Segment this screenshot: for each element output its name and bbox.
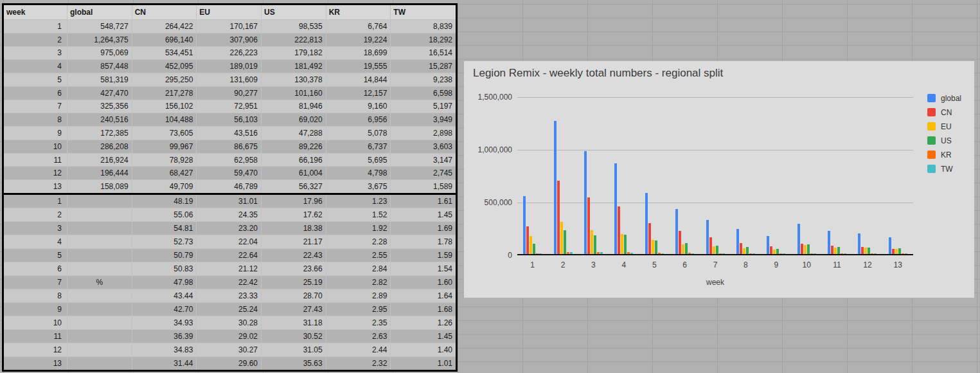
- percent-row-2-cell-3[interactable]: 24.35: [197, 208, 262, 221]
- totals-row-9-cell-0[interactable]: 9: [4, 127, 67, 140]
- totals-row-6-cell-4[interactable]: 101,160: [262, 87, 326, 100]
- header-US[interactable]: US: [262, 5, 326, 19]
- percent-row-10-cell-5[interactable]: 2.35: [326, 316, 391, 329]
- totals-row-8-cell-3[interactable]: 56,103: [197, 113, 262, 126]
- totals-row-11-cell-4[interactable]: 66,196: [262, 154, 326, 167]
- totals-row-8-cell-4[interactable]: 69,020: [262, 113, 326, 126]
- header-TW[interactable]: TW: [391, 5, 456, 19]
- totals-row-11-cell-6[interactable]: 3,147: [391, 154, 456, 167]
- totals-row-5-cell-4[interactable]: 130,378: [262, 73, 326, 86]
- percent-row-3-cell-1[interactable]: [67, 222, 132, 235]
- header-global[interactable]: global: [67, 5, 132, 19]
- percent-row-11-cell-0[interactable]: 11: [4, 330, 67, 343]
- percent-row-11-cell-5[interactable]: 2.63: [326, 330, 391, 343]
- totals-row-3-cell-1[interactable]: 975,069: [67, 47, 132, 60]
- percent-row-7-cell-0[interactable]: 7: [4, 276, 67, 289]
- percent-row-9-cell-4[interactable]: 27.43: [262, 303, 326, 316]
- totals-row-7-cell-2[interactable]: 156,102: [132, 100, 197, 113]
- totals-row-12-cell-6[interactable]: 2,745: [391, 167, 456, 179]
- totals-row-9-cell-4[interactable]: 47,288: [262, 127, 326, 140]
- totals-row-12-cell-5[interactable]: 4,798: [326, 167, 391, 179]
- totals-row-4-cell-2[interactable]: 452,095: [132, 60, 197, 73]
- totals-row-9-cell-6[interactable]: 2,898: [391, 127, 456, 140]
- totals-row-4-cell-5[interactable]: 19,555: [326, 60, 391, 73]
- percent-row-11-cell-1[interactable]: [67, 330, 132, 343]
- totals-row-10-cell-0[interactable]: 10: [4, 140, 67, 153]
- percent-row-12-cell-1[interactable]: [67, 343, 132, 356]
- totals-row-11-cell-2[interactable]: 78,928: [132, 154, 197, 167]
- percent-row-2-cell-6[interactable]: 1.45: [391, 208, 456, 221]
- percent-row-10-cell-6[interactable]: 1.26: [391, 316, 456, 329]
- totals-row-1-cell-0[interactable]: 1: [4, 20, 67, 33]
- totals-row-4-cell-3[interactable]: 189,019: [197, 60, 262, 73]
- totals-row-1-cell-2[interactable]: 264,422: [132, 20, 197, 33]
- percent-row-3-cell-6[interactable]: 1.69: [391, 222, 456, 235]
- totals-row-5-cell-6[interactable]: 9,238: [391, 73, 456, 86]
- percent-row-8-cell-5[interactable]: 2.89: [326, 289, 391, 302]
- totals-row-7-cell-1[interactable]: 325,356: [67, 100, 132, 113]
- totals-row-10-cell-6[interactable]: 3,603: [391, 140, 456, 153]
- totals-row-3-cell-0[interactable]: 3: [4, 47, 67, 60]
- percent-row-13-cell-0[interactable]: 13: [4, 357, 67, 370]
- percent-row-6-cell-1[interactable]: [67, 262, 132, 275]
- percent-row-9-cell-5[interactable]: 2.95: [326, 303, 391, 316]
- totals-row-8-cell-0[interactable]: 8: [4, 113, 67, 126]
- percent-row-13-cell-4[interactable]: 35.63: [262, 357, 326, 370]
- percent-row-5-cell-6[interactable]: 1.59: [391, 249, 456, 262]
- percent-row-10-cell-1[interactable]: [67, 316, 132, 329]
- percent-row-9-cell-3[interactable]: 25.24: [197, 303, 262, 316]
- totals-row-8-cell-2[interactable]: 104,488: [132, 113, 197, 126]
- totals-row-9-cell-2[interactable]: 73,605: [132, 127, 197, 140]
- percent-row-9-cell-1[interactable]: [67, 303, 132, 316]
- percent-row-7-cell-2[interactable]: 47.98: [132, 276, 197, 289]
- totals-row-9-cell-1[interactable]: 172,385: [67, 127, 132, 140]
- percent-row-4-cell-1[interactable]: [67, 235, 132, 248]
- totals-row-5-cell-3[interactable]: 131,609: [197, 73, 262, 86]
- totals-row-6-cell-0[interactable]: 6: [4, 87, 67, 100]
- totals-row-2-cell-2[interactable]: 696,140: [132, 33, 197, 46]
- percent-row-3-cell-3[interactable]: 23.20: [197, 222, 262, 235]
- percent-row-5-cell-4[interactable]: 22.43: [262, 249, 326, 262]
- totals-row-13-cell-1[interactable]: 158,089: [67, 180, 132, 193]
- percent-row-10-cell-0[interactable]: 10: [4, 316, 67, 329]
- totals-row-6-cell-3[interactable]: 90,277: [197, 87, 262, 100]
- percent-row-7-cell-4[interactable]: 25.19: [262, 276, 326, 289]
- totals-row-2-cell-1[interactable]: 1,264,375: [67, 33, 132, 46]
- percent-row-11-cell-6[interactable]: 1.45: [391, 330, 456, 343]
- totals-row-4-cell-0[interactable]: 4: [4, 60, 67, 73]
- percent-row-13-cell-1[interactable]: [67, 357, 132, 370]
- legend-item-US[interactable]: US: [927, 136, 961, 145]
- totals-row-12-cell-4[interactable]: 61,004: [262, 167, 326, 179]
- percent-row-2-cell-0[interactable]: 2: [4, 208, 67, 221]
- totals-row-12-cell-1[interactable]: 196,444: [67, 167, 132, 179]
- percent-row-12-cell-0[interactable]: 12: [4, 343, 67, 356]
- totals-row-12-cell-2[interactable]: 68,427: [132, 167, 197, 179]
- totals-row-10-cell-1[interactable]: 286,208: [67, 140, 132, 153]
- percent-row-9-cell-6[interactable]: 1.68: [391, 303, 456, 316]
- totals-row-10-cell-3[interactable]: 86,675: [197, 140, 262, 153]
- percent-row-3-cell-5[interactable]: 1.92: [326, 222, 391, 235]
- totals-row-1-cell-5[interactable]: 6,764: [326, 20, 391, 33]
- totals-row-8-cell-5[interactable]: 6,956: [326, 113, 391, 126]
- totals-row-8-cell-1[interactable]: 240,516: [67, 113, 132, 126]
- percent-row-13-cell-5[interactable]: 2.32: [326, 357, 391, 370]
- header-KR[interactable]: KR: [326, 5, 391, 19]
- percent-row-1-cell-2[interactable]: 48.19: [132, 195, 197, 208]
- percent-row-9-cell-2[interactable]: 42.70: [132, 303, 197, 316]
- totals-row-12-cell-3[interactable]: 59,470: [197, 167, 262, 179]
- header-week[interactable]: week: [4, 5, 67, 19]
- percent-row-4-cell-4[interactable]: 21.17: [262, 235, 326, 248]
- percent-row-4-cell-2[interactable]: 52.73: [132, 235, 197, 248]
- percent-row-8-cell-4[interactable]: 28.70: [262, 289, 326, 302]
- percent-row-11-cell-4[interactable]: 30.52: [262, 330, 326, 343]
- percent-row-10-cell-2[interactable]: 34.93: [132, 316, 197, 329]
- chart-container[interactable]: Legion Remix - weekly total numbers - re…: [464, 61, 974, 298]
- header-EU[interactable]: EU: [197, 5, 262, 19]
- percent-row-12-cell-5[interactable]: 2.44: [326, 343, 391, 356]
- percent-row-2-cell-1[interactable]: [67, 208, 132, 221]
- percent-row-2-cell-2[interactable]: 55.06: [132, 208, 197, 221]
- totals-row-8-cell-6[interactable]: 3,949: [391, 113, 456, 126]
- totals-row-12-cell-0[interactable]: 12: [4, 167, 67, 179]
- percent-row-10-cell-3[interactable]: 30.28: [197, 316, 262, 329]
- percent-row-1-cell-4[interactable]: 17.96: [262, 195, 326, 208]
